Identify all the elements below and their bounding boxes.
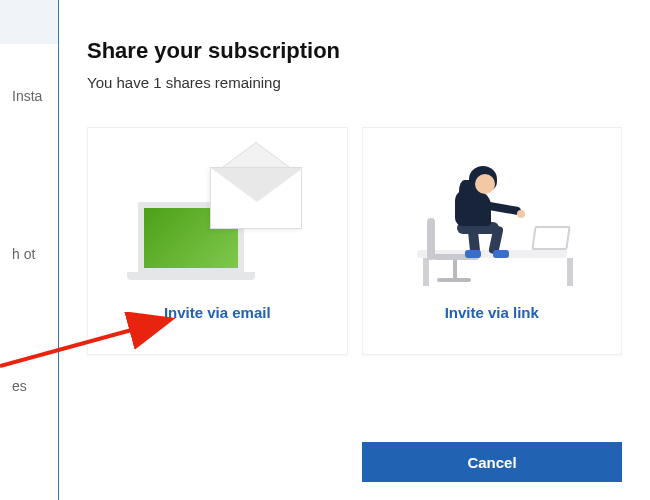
dialog-subtitle: You have 1 shares remaining xyxy=(87,74,622,91)
envelope-icon xyxy=(210,163,302,229)
share-subscription-dialog: Share your subscription You have 1 share… xyxy=(58,0,650,500)
person-at-laptop-illustration xyxy=(407,161,577,286)
email-illustration xyxy=(132,161,302,286)
invite-via-email-label: Invite via email xyxy=(164,304,271,321)
dialog-title: Share your subscription xyxy=(87,38,622,64)
cancel-button[interactable]: Cancel xyxy=(362,442,622,482)
invite-via-link-label: Invite via link xyxy=(445,304,539,321)
invite-via-email-card[interactable]: Invite via email xyxy=(87,127,348,355)
dialog-footer: Cancel xyxy=(362,442,622,482)
invite-options: Invite via email xyxy=(87,127,622,355)
bg-text-fragment: h ot xyxy=(12,246,35,262)
bg-header-strip xyxy=(0,0,58,44)
bg-text-fragment: Insta xyxy=(12,88,42,104)
invite-via-link-card[interactable]: Invite via link xyxy=(362,127,623,355)
bg-text-fragment: es xyxy=(12,378,27,394)
